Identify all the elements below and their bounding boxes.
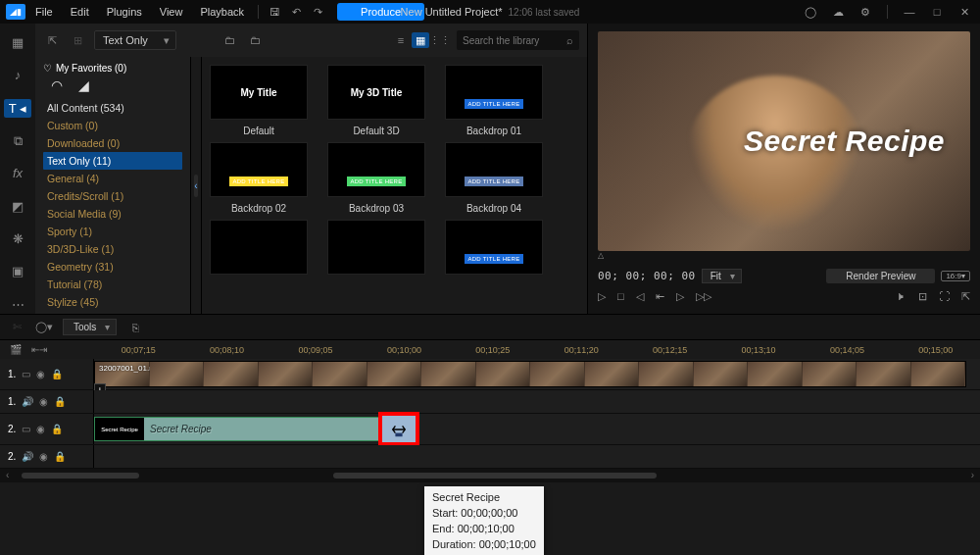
volume-icon[interactable]: 🕨 [896, 290, 906, 302]
undo-icon[interactable]: ↶ [286, 2, 306, 22]
snapshot-icon[interactable]: ⊡ [918, 290, 927, 303]
category-item[interactable]: Stylize (45) [43, 293, 182, 311]
thumb-item[interactable]: ADD TITLE HERE [445, 220, 543, 275]
movie-mode-icon[interactable]: 🎬 [10, 344, 22, 355]
fav-shape-arc[interactable]: ◠ [51, 77, 71, 93]
tool-fx[interactable]: fx [7, 164, 28, 182]
newfolder-icon[interactable]: 🗀 [221, 31, 239, 49]
tool-overlay[interactable]: ◩ [7, 197, 28, 216]
preview-viewport[interactable]: Secret Recipe [598, 31, 970, 251]
thumb-item[interactable]: My 3D Title [327, 65, 425, 120]
video-clip[interactable] [94, 361, 966, 387]
prev-frame-icon[interactable]: ◁ [636, 290, 644, 303]
thumb-item[interactable] [327, 220, 425, 275]
thumb-item[interactable]: ADD TITLE HERE [210, 142, 308, 197]
menu-plugins[interactable]: Plugins [99, 3, 150, 21]
lock-icon[interactable]: 🔒 [51, 369, 63, 379]
lock-icon[interactable]: 🔒 [54, 451, 66, 462]
play-icon[interactable]: ▷ [598, 290, 606, 303]
import-icon[interactable]: ⇱ [43, 31, 61, 49]
tools-dropdown[interactable]: Tools [63, 319, 117, 335]
category-dropdown[interactable]: Text Only [94, 30, 176, 50]
newfolder2-icon[interactable]: 🗀 [247, 31, 265, 49]
visibility-icon[interactable]: ◉ [39, 451, 48, 462]
view-details-icon[interactable]: ⋮⋮ [431, 32, 449, 48]
category-item[interactable]: Text Only (11) [43, 152, 182, 170]
search-input[interactable] [463, 35, 561, 46]
category-item[interactable]: All Content (534) [43, 99, 182, 117]
ruler-tick: 00;10;25 [449, 345, 537, 355]
thumb-item[interactable]: ADD TITLE HERE [445, 65, 543, 120]
preview-scrubber[interactable] [598, 253, 970, 263]
fit-width-icon[interactable]: ⇤⇥ [31, 344, 47, 355]
thumb-item[interactable]: ADD TITLE HERE [445, 142, 543, 197]
category-item[interactable]: Downloaded (0) [43, 134, 182, 152]
maximize-icon[interactable]: □ [927, 2, 947, 22]
category-item[interactable]: Credits/Scroll (1) [43, 187, 182, 205]
fav-shape-tri[interactable]: ◢ [78, 77, 98, 93]
next-frame-icon[interactable]: ▷ [676, 290, 684, 303]
category-item[interactable]: General (4) [43, 170, 182, 187]
view-list-icon[interactable]: ≡ [392, 32, 410, 48]
save-icon[interactable]: 🖫 [265, 2, 284, 22]
visibility-icon[interactable]: ◉ [36, 424, 45, 434]
track-type-audio-icon[interactable]: 🔊 [22, 396, 33, 407]
lock-icon[interactable]: 🔒 [54, 396, 66, 407]
timeline-scrollbar[interactable]: ‹ › [0, 469, 980, 482]
cloud-icon[interactable]: ☁ [828, 2, 848, 22]
tool-title[interactable]: T ◂ [4, 99, 31, 118]
last-saved-label: 12:06 last saved [509, 7, 580, 18]
tool-audio[interactable]: ♪ [7, 66, 28, 84]
thumb-item[interactable]: ADD TITLE HERE [327, 142, 425, 197]
search-icon[interactable]: ⌕ [566, 34, 573, 46]
track-type-video-icon[interactable]: ▭ [22, 424, 30, 434]
settings-icon[interactable]: ⚙ [856, 2, 875, 22]
tool-media[interactable]: ▦ [7, 33, 28, 52]
collapse-handle[interactable]: ‹ [190, 57, 202, 314]
trim-handle[interactable] [378, 412, 419, 446]
track-number: 1. [8, 396, 16, 407]
sync-icon[interactable]: ◯▾ [35, 319, 53, 336]
render-preview-button[interactable]: Render Preview [826, 269, 935, 283]
thumb-item[interactable] [210, 220, 308, 275]
close-icon[interactable]: ✕ [955, 2, 974, 22]
cut-icon[interactable]: ✄ [8, 319, 25, 336]
redo-icon[interactable]: ↷ [308, 2, 327, 22]
visibility-icon[interactable]: ◉ [39, 396, 48, 407]
track-type-audio-icon[interactable]: 🔊 [22, 451, 33, 462]
preview-timecode: 00; 00; 00; 00 [598, 270, 696, 282]
category-item[interactable]: Tutorial (78) [43, 276, 182, 293]
thumb-item[interactable]: My Title [210, 65, 308, 120]
category-item[interactable]: Custom (0) [43, 117, 182, 134]
project-title: New Untitled Project* [401, 6, 503, 18]
menu-edit[interactable]: Edit [63, 3, 97, 21]
tool-more[interactable]: ⋯ [7, 295, 28, 314]
view-grid-icon[interactable]: ▦ [412, 32, 429, 48]
menu-view[interactable]: View [152, 3, 191, 21]
track-type-video-icon[interactable]: ▭ [22, 369, 30, 379]
category-item[interactable]: 3D/3D-Like (1) [43, 240, 182, 258]
tool-particle[interactable]: ❋ [7, 229, 28, 248]
account-icon[interactable]: ◯ [801, 2, 820, 22]
fast-fwd-icon[interactable]: ▷▷ [696, 290, 711, 303]
category-item[interactable]: Social Media (9) [43, 205, 182, 223]
lock-icon[interactable]: 🔒 [51, 424, 63, 434]
category-item[interactable]: Geometry (31) [43, 258, 182, 276]
tool-template[interactable]: ▣ [7, 262, 28, 280]
filter-icon[interactable]: ⊞ [69, 31, 86, 49]
visibility-icon[interactable]: ◉ [36, 369, 45, 379]
menu-file[interactable]: File [27, 3, 61, 21]
category-item[interactable]: Sporty (1) [43, 223, 182, 240]
aspect-badge[interactable]: 16:9▾ [941, 271, 970, 281]
fullscreen-icon[interactable]: ⛶ [939, 290, 950, 302]
mark-in-icon[interactable]: ⇤ [656, 290, 664, 303]
minimize-icon[interactable]: — [900, 2, 919, 22]
marker-icon[interactable]: ⎘ [126, 319, 144, 336]
stop-icon[interactable]: □ [617, 290, 624, 302]
fit-dropdown[interactable]: Fit [702, 269, 742, 283]
tool-transition[interactable]: ⧉ [7, 131, 28, 150]
ruler-tick: 00;09;05 [271, 345, 360, 355]
title-clip[interactable]: Secret Recipe Secret Recipe [94, 417, 417, 441]
menu-playback[interactable]: Playback [192, 3, 252, 21]
popout-icon[interactable]: ⇱ [961, 290, 970, 303]
